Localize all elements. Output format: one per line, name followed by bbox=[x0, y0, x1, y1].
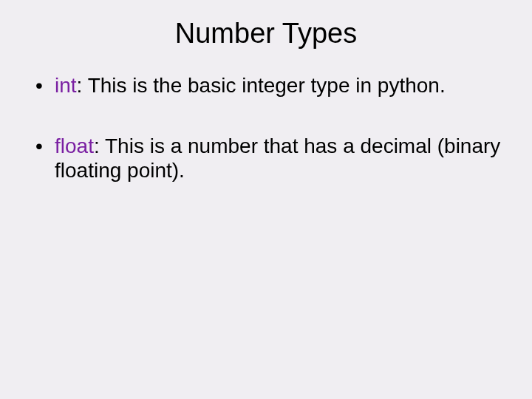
bullet-item: float: This is a number that has a decim… bbox=[33, 134, 508, 183]
bullet-highlight: float bbox=[55, 134, 94, 157]
slide-container: Number Types int: This is the basic inte… bbox=[0, 0, 532, 399]
bullet-list: int: This is the basic integer type in p… bbox=[24, 73, 508, 183]
bullet-highlight-suffix: : bbox=[94, 134, 100, 157]
bullet-text: This is the basic integer type in python… bbox=[82, 74, 445, 97]
bullet-item: int: This is the basic integer type in p… bbox=[33, 73, 508, 98]
slide-title: Number Types bbox=[24, 18, 508, 50]
bullet-highlight: int bbox=[55, 74, 77, 97]
bullet-text: This is a number that has a decimal (bin… bbox=[55, 134, 500, 183]
